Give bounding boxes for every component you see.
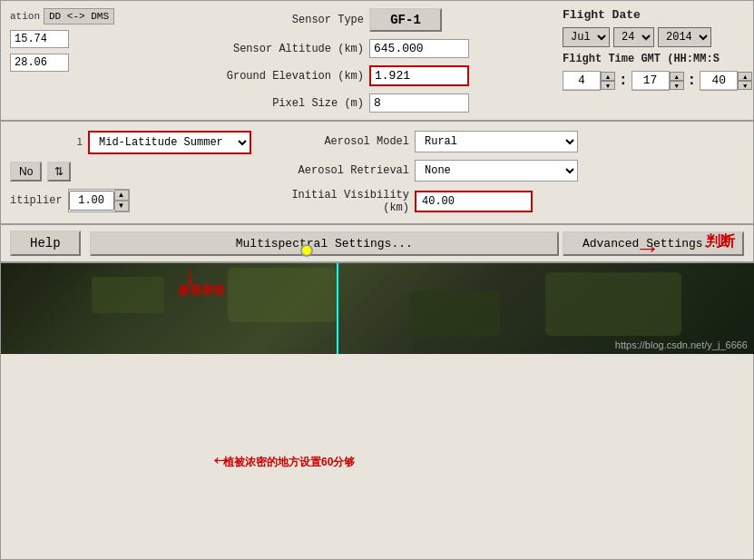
middle-section: l Mid-Latitude Summer Mid-Latitude Winte… — [1, 122, 753, 225]
time-colon-1: : — [619, 73, 628, 89]
top-section: ation DD <-> DMS Sensor Type GF-1 Sensor… — [1, 1, 753, 122]
atm-partial-label: l — [10, 137, 83, 148]
multiplier-label: itiplier — [10, 194, 63, 207]
sort-btn[interactable]: ⇅ — [47, 162, 71, 182]
aerosol-model-label: Aerosol Model — [273, 135, 409, 148]
sensor-altitude-label: Sensor Altitude (km) — [182, 43, 364, 55]
atm-left: l Mid-Latitude Summer Mid-Latitude Winte… — [10, 131, 264, 212]
multispectral-btn[interactable]: Multispectral Settings... — [90, 231, 559, 256]
coord-partial-label: ation — [10, 11, 40, 22]
second-down-btn[interactable]: ▼ — [738, 81, 752, 90]
coord-row-2 — [10, 30, 173, 48]
coord2-input[interactable] — [10, 54, 69, 72]
second-value: 40 — [700, 72, 737, 90]
image-section: https://blog.csdn.net/y_j_6666 — [1, 263, 754, 354]
hour-spinner-box: 4 — [563, 71, 601, 91]
ground-elev-row: Ground Elevation (km) — [182, 65, 553, 86]
aerosol-retrieval-select[interactable]: None 2-Band (K-T) Dark Dense Vegetation — [415, 160, 578, 182]
zhbei-text: 植被浓密的地方设置60分够 — [223, 454, 355, 470]
sensor-type-row: Sensor Type GF-1 — [182, 8, 553, 32]
minute-spinner-box: 17 — [632, 71, 670, 91]
atm-right: Aerosol Model Rural Urban Maritime Tropo… — [273, 131, 744, 214]
dd-dms-btn[interactable]: DD <-> DMS — [44, 8, 114, 25]
minute-spinner: 17 ▲ ▼ — [632, 71, 684, 91]
sensor-altitude-row: Sensor Altitude (km) — [182, 39, 553, 58]
aerosol-model-row: Aerosol Model Rural Urban Maritime Tropo… — [273, 131, 744, 152]
hour-up-btn[interactable]: ▲ — [601, 72, 615, 81]
minute-down-btn[interactable]: ▼ — [670, 81, 684, 90]
hour-value: 4 — [563, 72, 600, 90]
coord-row-1: ation DD <-> DMS — [10, 8, 173, 25]
mult-up-btn[interactable]: ▲ — [114, 190, 129, 201]
terrain-patch-2 — [228, 268, 337, 322]
coord1-input[interactable] — [10, 30, 69, 48]
visibility-label: Initial Visibility (km) — [273, 189, 409, 214]
time-colon-2: : — [688, 73, 697, 89]
pixel-size-row: Pixel Size (m) — [182, 93, 553, 113]
visibility-input[interactable] — [415, 191, 533, 212]
date-row: Jul 24 2014 — [563, 27, 744, 47]
sensor-altitude-input[interactable] — [369, 39, 469, 58]
hour-spin-arrows: ▲ ▼ — [601, 72, 615, 90]
multiplier-input[interactable] — [69, 191, 114, 211]
help-btn[interactable]: Help — [10, 231, 81, 256]
minute-spin-arrows: ▲ ▼ — [670, 72, 684, 90]
second-spinner-box: 40 — [700, 71, 738, 91]
mult-down-btn[interactable]: ▼ — [114, 201, 129, 211]
second-spin-arrows: ▲ ▼ — [738, 72, 752, 90]
sensor-type-btn[interactable]: GF-1 — [369, 8, 442, 32]
terrain-patch-4 — [545, 272, 681, 336]
flight-time-label: Flight Time GMT (HH:MM:S — [563, 53, 744, 65]
no-sort-row: No ⇅ — [10, 162, 264, 182]
cyan-line — [337, 263, 338, 354]
aerosol-model-select[interactable]: Rural Urban Maritime Tropospheric — [415, 131, 578, 152]
visibility-row: Initial Visibility (km) — [273, 189, 744, 214]
ground-elev-input[interactable] — [369, 65, 469, 86]
multiplier-spinner: ▲ ▼ — [68, 189, 130, 212]
terrain-patch-1 — [92, 277, 164, 313]
minute-up-btn[interactable]: ▲ — [670, 72, 684, 81]
watermark: https://blog.csdn.net/y_j_6666 — [615, 339, 748, 350]
atm-model-row: l Mid-Latitude Summer Mid-Latitude Winte… — [10, 131, 264, 154]
main-panel: ation DD <-> DMS Sensor Type GF-1 Sensor… — [0, 0, 754, 560]
coord-row-3 — [10, 54, 173, 72]
pixel-size-input[interactable] — [369, 93, 469, 113]
mult-spin-btns: ▲ ▼ — [114, 190, 129, 211]
month-select[interactable]: Jul — [563, 27, 610, 47]
right-col: Flight Date Jul 24 2014 Flight Time GMT … — [563, 8, 744, 113]
second-spinner: 40 ▲ ▼ — [700, 71, 752, 91]
aerosol-retrieval-row: Aerosol Retrieval None 2-Band (K-T) Dark… — [273, 160, 744, 182]
minute-value: 17 — [632, 72, 669, 90]
pixel-size-label: Pixel Size (m) — [182, 97, 364, 110]
aerosol-retrieval-label: Aerosol Retrieval — [273, 164, 409, 177]
cankao-text: 参照表格 — [178, 282, 225, 299]
hour-spinner: 4 ▲ ▼ — [563, 71, 615, 91]
no-btn[interactable]: No — [10, 162, 42, 182]
cursor-dot — [300, 244, 313, 257]
hour-down-btn[interactable]: ▼ — [601, 81, 615, 90]
flight-date-label: Flight Date — [563, 8, 744, 22]
atmosphere-select[interactable]: Mid-Latitude Summer Mid-Latitude Winter … — [88, 131, 251, 154]
second-up-btn[interactable]: ▲ — [738, 72, 752, 81]
terrain-patch-3 — [409, 290, 500, 336]
time-row: 4 ▲ ▼ : 17 ▲ ▼ — [563, 71, 744, 91]
arrow-to-pandu: → — [640, 235, 655, 263]
year-select[interactable]: 2014 — [658, 27, 711, 47]
middle-col: Sensor Type GF-1 Sensor Altitude (km) Gr… — [182, 8, 553, 113]
left-col: ation DD <-> DMS — [10, 8, 173, 113]
day-select[interactable]: 24 — [613, 27, 654, 47]
multiplier-row: itiplier ▲ ▼ — [10, 189, 264, 212]
ground-elev-label: Ground Elevation (km) — [182, 70, 364, 83]
pandu-text: 判断 — [706, 232, 735, 251]
sensor-type-label: Sensor Type — [182, 14, 364, 26]
